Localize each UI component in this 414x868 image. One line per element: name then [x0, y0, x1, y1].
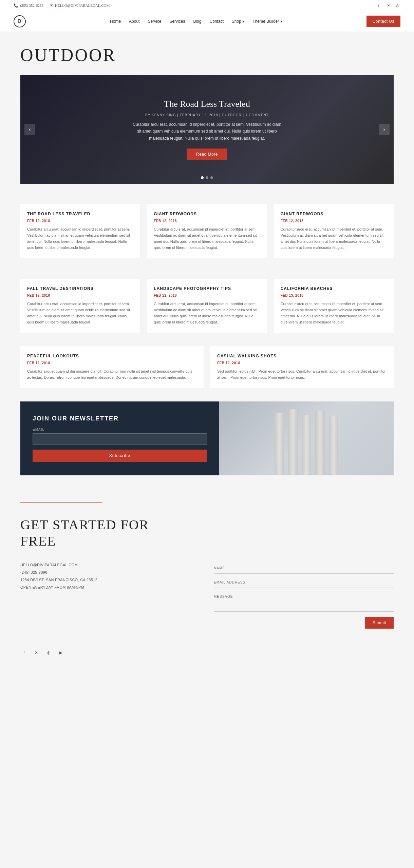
blog-card-text: Curabitur arcu erat, accumsan id imperdi…	[154, 301, 260, 326]
read-more-button[interactable]: Read More	[187, 149, 227, 160]
columns-visual	[219, 401, 394, 475]
blog-card-date: FEB 13, 2018	[281, 294, 387, 297]
nav-contact[interactable]: Contact	[206, 17, 227, 26]
blog-card-text: Sed porttitor lectus nibh. Proin eget to…	[217, 368, 387, 380]
footer-youtube-icon[interactable]: ▶	[57, 649, 64, 656]
slider-prev-button[interactable]: ‹	[24, 124, 35, 135]
blog-card-title: PEACEFUL LOOKOUTS	[27, 354, 197, 358]
slider-dot-1[interactable]	[201, 176, 204, 179]
blog-grid-row2: FALL TRAVEL DESTINATIONS FEB 12, 2018 Cu…	[0, 272, 414, 347]
pillar-1	[275, 413, 284, 475]
page-title-section: OUTDOOR	[0, 32, 414, 75]
blog-card-title: LANDSCAPE PHOTOGRAPHY TIPS	[154, 286, 260, 291]
blog-card-date: FEB 12, 2018	[27, 219, 133, 223]
phone-number: (255) 352-6258	[20, 3, 43, 7]
blog-card-blog-row1-2: GIANT REDWOODS FEB 12, 2018 Curabitur ar…	[274, 204, 394, 258]
top-bar-left: 📞 (255) 352-6258 ✉ HELLO@DIVIPARALEGAL.C…	[14, 3, 110, 8]
logo-circle: D	[14, 15, 26, 27]
footer-twitter-x-icon[interactable]: ✕	[33, 649, 40, 656]
slider-dot-2[interactable]	[206, 176, 208, 179]
blog-card-date: FEB 12, 2018	[27, 361, 197, 365]
main-nav: Home About Service Services Blog Contact…	[107, 17, 286, 26]
pillar-2	[288, 409, 298, 475]
slider-dots	[201, 176, 213, 179]
email-icon: ✉	[50, 3, 53, 8]
blog-card-blog-row2-2: CALIFORNIA BEACHES FEB 13, 2018 Curabitu…	[274, 279, 394, 333]
get-started-title: GET STARTED FOR FREE	[20, 517, 394, 549]
blog-card-title: GIANT REDWOODS	[281, 212, 387, 216]
footer-instagram-icon[interactable]: ◎	[45, 649, 52, 656]
slider-content: The Road Less Traveled BY KENNY SING | F…	[105, 85, 309, 174]
logo[interactable]: D	[14, 15, 26, 27]
nav-home[interactable]: Home	[107, 17, 124, 26]
blog-card-text: Curabitur arcu erat, accumsan id imperdi…	[27, 226, 133, 251]
slider-meta: BY KENNY SING | FEBRUARY 12, 2018 | OUTD…	[132, 113, 282, 117]
instagram-icon[interactable]: ◎	[395, 3, 400, 8]
blog-card-date: FEB 12, 2018	[217, 361, 387, 365]
slider-next-button[interactable]: ›	[379, 124, 390, 135]
nav-theme-builder[interactable]: Theme Builder ▾	[249, 17, 285, 26]
top-bar-social: f ✕ ◎	[376, 3, 400, 8]
email-contact: ✉ HELLO@DIVIPARALEGAL.COM	[50, 3, 110, 8]
blog-card-text: Curabitur arcu erat, accumsan id imperdi…	[281, 226, 387, 251]
blog-card-text: Curabitur arcu erat, accumsan id imperdi…	[281, 301, 387, 326]
submit-button[interactable]: Submit	[365, 617, 394, 629]
facebook-icon[interactable]: f	[376, 3, 381, 8]
top-bar: 📞 (255) 352-6258 ✉ HELLO@DIVIPARALEGAL.C…	[0, 0, 414, 11]
email-address: HELLO@DIVIPARALEGAL.COM	[55, 3, 110, 7]
footer-section: GET STARTED FOR FREE HELLO@DIVIPARALEGAL…	[0, 496, 414, 629]
footer-bottom: f ✕ ◎ ▶	[0, 642, 414, 667]
pillar-4	[315, 411, 325, 476]
blog-grid-row1: THE ROAD LESS TRAVELED FEB 12, 2018 Cura…	[0, 197, 414, 272]
footer-form: Submit	[214, 563, 394, 629]
newsletter-image	[219, 401, 394, 475]
blog-card-text: Curabitur aliquet quam id dui posuere bl…	[27, 368, 197, 380]
newsletter-email-input[interactable]	[33, 433, 207, 445]
slider-text: Curabitur arcu erat, accumsan id imperdi…	[132, 121, 282, 142]
footer-info-item-1: (245) 325-7896	[20, 570, 200, 574]
pillar-3	[302, 415, 311, 476]
footer-info-item-2: 1234 DIVI ST. SAN FRANCISCO, CA 23512	[20, 578, 200, 582]
blog-card-date: FEB 12, 2018	[27, 294, 133, 297]
blog-card-date: FEB 12, 2018	[154, 219, 260, 223]
slider-title: The Road Less Traveled	[132, 99, 282, 109]
nav-service[interactable]: Service	[144, 17, 165, 26]
footer-contact-info: HELLO@DIVIPARALEGAL.COM(245) 325-7896123…	[20, 563, 200, 629]
footer-info-item-3: OPEN EVERYDAY FROM 8AM-5PM	[20, 585, 200, 589]
phone-contact: 📞 (255) 352-6258	[14, 3, 43, 8]
twitter-x-icon[interactable]: ✕	[385, 3, 391, 8]
blog-card-date: FEB 12, 2018	[154, 294, 260, 297]
footer-two-col: HELLO@DIVIPARALEGAL.COM(245) 325-7896123…	[20, 563, 394, 629]
newsletter-form: JOIN OUR NEWSLETTER EMAIL Subscribe	[20, 401, 219, 475]
logo-letter: D	[18, 19, 21, 24]
nav-services[interactable]: Services	[166, 17, 188, 26]
contact-name-input[interactable]	[214, 563, 394, 574]
nav-shop[interactable]: Shop ▾	[228, 17, 248, 26]
subscribe-button[interactable]: Subscribe	[33, 450, 207, 462]
footer-facebook-icon[interactable]: f	[20, 649, 28, 656]
blog-card-blog-row3-1: CASUAL WALKING SHOES FEB 12, 2018 Sed po…	[210, 346, 394, 388]
contact-us-button[interactable]: Contact Us	[366, 16, 400, 27]
newsletter-email-label: EMAIL	[33, 428, 207, 431]
blog-card-title: FALL TRAVEL DESTINATIONS	[27, 286, 133, 291]
newsletter-title: JOIN OUR NEWSLETTER	[33, 415, 207, 422]
slider-dot-3[interactable]	[210, 176, 213, 179]
blog-grid-row3: PEACEFUL LOOKOUTS FEB 12, 2018 Curabitur…	[0, 346, 414, 401]
footer-divider	[20, 502, 102, 503]
blog-card-title: CALIFORNIA BEACHES	[281, 286, 387, 291]
pillar-5	[329, 416, 338, 475]
blog-card-blog-row2-1: LANDSCAPE PHOTOGRAPHY TIPS FEB 12, 2018 …	[147, 279, 267, 333]
blog-card-title: CASUAL WALKING SHOES	[217, 354, 387, 358]
page-title: OUTDOOR	[20, 45, 394, 65]
hero-slider: ‹ The Road Less Traveled BY KENNY SING |…	[20, 75, 394, 184]
nav-about[interactable]: About	[126, 17, 143, 26]
blog-card-blog-row2-0: FALL TRAVEL DESTINATIONS FEB 12, 2018 Cu…	[20, 279, 140, 333]
blog-card-blog-row3-0: PEACEFUL LOOKOUTS FEB 12, 2018 Curabitur…	[20, 346, 204, 388]
blog-card-title: GIANT REDWOODS	[154, 212, 260, 216]
contact-message-input[interactable]	[214, 591, 394, 612]
newsletter-section: JOIN OUR NEWSLETTER EMAIL Subscribe	[20, 401, 394, 475]
nav-blog[interactable]: Blog	[190, 17, 205, 26]
blog-card-date: FEB 12, 2018	[281, 219, 387, 223]
contact-email-input[interactable]	[214, 577, 394, 588]
blog-card-title: THE ROAD LESS TRAVELED	[27, 212, 133, 216]
